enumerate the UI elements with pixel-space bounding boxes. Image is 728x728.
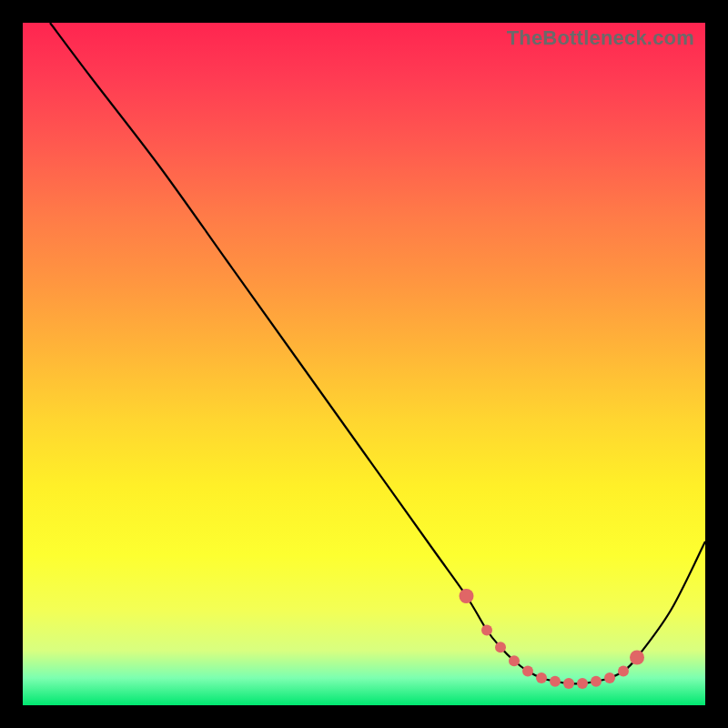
marker-point <box>563 678 574 689</box>
chart-svg <box>23 23 705 705</box>
marker-point <box>577 678 588 689</box>
marker-group <box>460 589 645 689</box>
marker-point <box>618 666 629 677</box>
bottleneck-curve <box>50 23 705 683</box>
marker-point <box>495 642 506 652</box>
marker-point <box>460 589 474 603</box>
marker-point <box>550 676 561 687</box>
marker-point <box>481 625 492 636</box>
marker-point <box>536 672 547 683</box>
chart-frame: TheBottleneck.com <box>23 23 705 705</box>
marker-point <box>630 651 644 665</box>
marker-point <box>522 666 533 677</box>
marker-point <box>509 655 520 666</box>
marker-point <box>604 672 615 683</box>
marker-point <box>591 676 602 687</box>
